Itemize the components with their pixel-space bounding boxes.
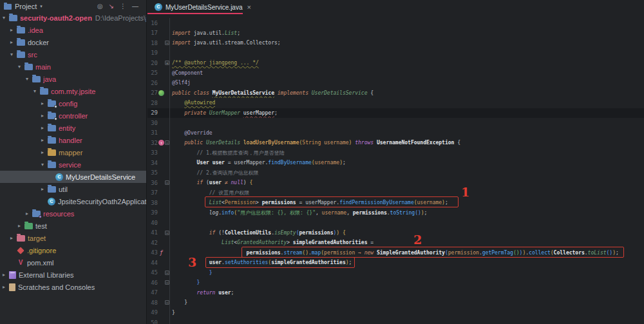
- code-line-37[interactable]: 37 // 设置用户权限: [147, 188, 644, 198]
- code-line-31[interactable]: 31 @Override: [147, 128, 644, 138]
- chevron-closed-icon[interactable]: ▸: [10, 235, 17, 241]
- chevron-open-icon[interactable]: ▾: [33, 88, 40, 94]
- code-line-44[interactable]: 44 user.setAuthorities(simpleGrantedAuth…: [147, 258, 644, 268]
- collapse-all-icon[interactable]: ↘: [109, 3, 114, 10]
- chevron-open-icon[interactable]: ▾: [26, 76, 32, 82]
- spring-bean-icon[interactable]: [158, 90, 164, 96]
- code-line-33[interactable]: 33 // 1.根据数据库查询，用户是否登陆: [147, 148, 644, 158]
- fold-minus-icon[interactable]: −: [165, 231, 169, 235]
- tree-item-label: entity: [59, 124, 75, 132]
- code-line-40[interactable]: 40: [147, 218, 644, 228]
- code-area[interactable]: 1617import java.util.List;18−import java…: [147, 18, 644, 324]
- tree-item-com-mty-jpsite[interactable]: ▾com.mty.jpsite: [0, 85, 146, 97]
- code-line-17[interactable]: 17import java.util.List;: [147, 28, 644, 39]
- tree-item-util[interactable]: ▸util: [0, 183, 146, 195]
- code-line-20[interactable]: 20+/** @author jiangpeng ... */: [147, 58, 644, 68]
- fold-end-icon[interactable]: −: [165, 300, 169, 305]
- code-line-41[interactable]: 41− if (!CollectionUtils.isEmpty(permiss…: [147, 228, 644, 238]
- code-line-18[interactable]: 18−import java.util.stream.Collectors;: [147, 38, 644, 48]
- code-line-32[interactable]: 32↑− public UserDetails loadUserByUserna…: [147, 138, 644, 148]
- tree-item-docker[interactable]: ▸docker: [0, 36, 146, 48]
- code-line-36[interactable]: 36− if (user ≠ null) {: [147, 178, 644, 188]
- tree-item-external-libraries[interactable]: ▸External Libraries: [0, 269, 146, 281]
- fold-plus-icon[interactable]: +: [165, 61, 169, 65]
- chevron-closed-icon[interactable]: ▸: [41, 125, 48, 131]
- code-line-30[interactable]: 30: [147, 118, 644, 128]
- code-line-34[interactable]: 34 User user = userMapper.findByUsername…: [147, 158, 644, 168]
- project-tree: ▾ security-oauth2-open D:\IdeaProjects\j…: [0, 12, 146, 293]
- implementing-method-icon[interactable]: ↑: [158, 140, 164, 146]
- chevron-closed-icon[interactable]: ▸: [10, 27, 17, 33]
- chevron-open-icon[interactable]: ▾: [41, 162, 48, 167]
- tree-item-target[interactable]: ▸target: [0, 232, 146, 244]
- code-line-text: public class MyUserDetailsService implem…: [169, 88, 374, 99]
- code-line-45[interactable]: 45− }: [147, 268, 644, 278]
- code-line-38[interactable]: 38 List<Permission> permissions = userMa…: [147, 198, 644, 208]
- tree-item-test[interactable]: ▸test: [0, 220, 146, 232]
- code-line-26[interactable]: 26@Slf4j: [147, 78, 644, 88]
- chevron-open-icon[interactable]: ▾: [3, 15, 9, 21]
- tree-item-entity[interactable]: ▸entity: [0, 122, 146, 134]
- fold-end-icon[interactable]: −: [165, 280, 169, 285]
- tree-item-pom-xml[interactable]: Vpom.xml: [0, 256, 146, 269]
- chevron-closed-icon[interactable]: ▸: [41, 113, 48, 119]
- folder-icon: [32, 76, 41, 82]
- hide-panel-icon[interactable]: —: [132, 3, 138, 10]
- fold-end-icon[interactable]: −: [165, 271, 169, 275]
- code-line-50[interactable]: 50: [147, 318, 644, 324]
- tree-item-main[interactable]: ▾main: [0, 61, 146, 73]
- code-line-42[interactable]: 42 List<GrantedAuthority> simpleGrantedA…: [147, 238, 644, 248]
- chevron-closed-icon[interactable]: ▸: [18, 223, 24, 229]
- tree-item-mapper[interactable]: ▸mapper: [0, 146, 146, 158]
- chevron-down-icon[interactable]: ▾: [40, 4, 43, 9]
- code-token: [172, 140, 184, 146]
- chevron-closed-icon[interactable]: ▸: [41, 137, 48, 143]
- tree-item-scratches-and-consoles[interactable]: ▸Scratches and Consoles: [0, 281, 146, 293]
- chevron-open-icon[interactable]: ▾: [18, 64, 24, 70]
- chevron-closed-icon[interactable]: ▸: [3, 284, 9, 290]
- more-options-icon[interactable]: ⋮: [120, 3, 126, 10]
- tree-item-service[interactable]: ▾service: [0, 158, 146, 171]
- tree-item-resources[interactable]: ▸resources: [0, 207, 146, 220]
- project-panel-title[interactable]: Project: [15, 3, 37, 10]
- code-line-47[interactable]: 47 return user;: [147, 288, 644, 298]
- code-line-35[interactable]: 35 // 2.查询该用户信息权限: [147, 168, 644, 178]
- locate-icon[interactable]: ◎: [97, 3, 103, 10]
- lambda-icon[interactable]: ƒ: [160, 250, 163, 256]
- code-line-49[interactable]: 49}: [147, 308, 644, 318]
- tree-item-src[interactable]: ▾src: [0, 48, 146, 61]
- chevron-closed-icon[interactable]: ▸: [26, 211, 32, 216]
- chevron-closed-icon[interactable]: ▸: [10, 39, 17, 45]
- tree-item-config[interactable]: ▸config: [0, 97, 146, 110]
- fold-minus-icon[interactable]: −: [165, 180, 169, 185]
- tree-root-security-oauth2-open[interactable]: ▾ security-oauth2-open D:\IdeaProjects\j…: [0, 12, 146, 24]
- chevron-closed-icon[interactable]: ▸: [41, 100, 48, 106]
- code-line-48[interactable]: 48− }: [147, 298, 644, 308]
- chevron-open-icon[interactable]: ▾: [10, 52, 17, 57]
- code-line-27[interactable]: 27public class MyUserDetailsService impl…: [147, 88, 644, 99]
- code-line-16[interactable]: 16: [147, 18, 644, 28]
- code-line-46[interactable]: 46− }: [147, 278, 644, 288]
- chevron-closed-icon[interactable]: ▸: [41, 186, 48, 192]
- code-line-25[interactable]: 25@Component: [147, 68, 644, 79]
- tree-item-java[interactable]: ▾java: [0, 73, 146, 85]
- tree-item-handler[interactable]: ▸handler: [0, 134, 146, 146]
- chevron-closed-icon[interactable]: ▸: [41, 149, 48, 155]
- tree-item-controller[interactable]: ▸controller: [0, 110, 146, 122]
- tree-item-jpsitesecurityoath2application[interactable]: CJpsiteSecurityOath2Application: [0, 195, 146, 207]
- editor[interactable]: C MyUserDetailsService.java × 1617import…: [147, 0, 644, 324]
- code-line-29[interactable]: 29 private UserMapper userMapper;: [147, 108, 644, 119]
- code-line-39[interactable]: 39 log.info("用户信息权限: {}, 权限: {}", userna…: [147, 208, 644, 218]
- tree-item-idea[interactable]: ▸.idea: [0, 24, 146, 36]
- fold-minus-icon[interactable]: −: [165, 140, 169, 145]
- tree-item-label: service: [59, 161, 81, 169]
- code-line-43[interactable]: 43ƒ permissions.stream().map(permission …: [147, 248, 644, 258]
- code-line-19[interactable]: 19: [147, 48, 644, 59]
- tree-item-gitignore[interactable]: .gitignore: [0, 244, 146, 256]
- tree-item-myuserdetailsservice[interactable]: CMyUserDetailsService: [0, 171, 146, 183]
- chevron-closed-icon[interactable]: ▸: [3, 272, 9, 278]
- fold-minus-icon[interactable]: −: [165, 41, 169, 45]
- close-icon[interactable]: ×: [247, 3, 251, 11]
- code-line-28[interactable]: 28 @Autowired: [147, 98, 644, 108]
- code-token: [172, 160, 197, 166]
